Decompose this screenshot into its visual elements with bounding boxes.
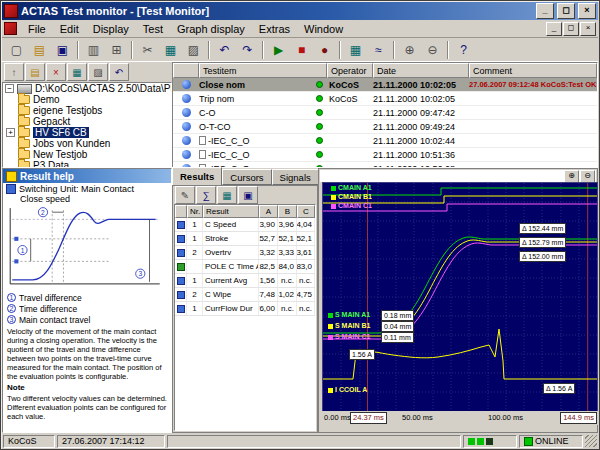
collapse-icon[interactable]: − xyxy=(5,84,14,93)
stop-test-button[interactable]: ■ xyxy=(290,39,313,61)
result-row[interactable]: 1C Speed 3,903,964,04 xyxy=(175,218,315,232)
delete-button[interactable]: × xyxy=(46,63,66,81)
header-nr[interactable]: Nr. xyxy=(187,205,203,218)
graph-plot[interactable]: CMAIN A1 CMAIN B1 CMAIN C1 S MAIN A1 0.1… xyxy=(322,182,598,412)
cursor1-readout[interactable]: 24.37 ms xyxy=(350,412,387,424)
zoom-out-button[interactable]: ⊖ xyxy=(421,39,444,61)
legend-smain-a1[interactable]: S MAIN A1 xyxy=(328,311,370,319)
child-close-button[interactable]: × xyxy=(580,22,596,36)
close-button[interactable]: × xyxy=(578,3,596,19)
testitem-row[interactable]: Trip nom KoCoS 21.11.2000 10:02:05 xyxy=(173,92,597,106)
new-folder-button[interactable]: ▤ xyxy=(25,63,45,81)
menu-edit[interactable]: Edit xyxy=(53,21,86,37)
header-result[interactable]: Result xyxy=(203,205,259,218)
menu-graph-display[interactable]: Graph display xyxy=(170,21,252,37)
open-folder-button[interactable]: ▤ xyxy=(28,39,51,61)
tree-item-demo[interactable]: Demo xyxy=(3,94,171,105)
header-comment[interactable]: Comment xyxy=(469,63,597,78)
legend-ccoil-a[interactable]: I CCOIL A xyxy=(328,386,367,394)
legend-cmain-a1[interactable]: CMAIN A1 xyxy=(331,184,372,192)
zoom-in-button[interactable]: ⊕ xyxy=(398,39,421,61)
graph-view-button[interactable]: ≈ xyxy=(367,39,390,61)
cursor-value-smain-a1: 0.18 mm xyxy=(381,310,414,321)
result-row[interactable]: 1CurrFlow Dur 76,00n.c.n.c. xyxy=(175,302,315,316)
menu-test[interactable]: Test xyxy=(136,21,170,37)
tree-root[interactable]: − D:\KoCoS\ACTAS 2.50\Data\Plants\ xyxy=(3,83,171,94)
child-minimize-button[interactable]: _ xyxy=(546,22,562,36)
undo-button[interactable]: ↶ xyxy=(213,39,236,61)
testitem-row[interactable]: -IEC_C_O 21.11.2000 10:51:36 xyxy=(173,148,597,162)
sum-button[interactable]: ∑ xyxy=(196,186,216,204)
menu-window[interactable]: Window xyxy=(297,21,350,37)
menu-extras[interactable]: Extras xyxy=(252,21,297,37)
header-testitem[interactable]: Testitem xyxy=(199,63,327,78)
edit-button[interactable]: ✎ xyxy=(175,186,195,204)
tab-results[interactable]: Results xyxy=(172,167,222,185)
copy-button[interactable]: ▦ xyxy=(67,63,87,81)
tree-item-p3-data[interactable]: P3 Data xyxy=(3,160,171,168)
status-ok-dot xyxy=(316,109,323,116)
table-view-button[interactable]: ▦ xyxy=(344,39,367,61)
refresh-button[interactable]: ↶ xyxy=(109,63,129,81)
restore-button[interactable]: ◻ xyxy=(557,3,575,19)
legend-cmain-b1[interactable]: CMAIN B1 xyxy=(331,193,372,201)
graph-zoom-in-button[interactable]: ⊕ xyxy=(564,170,579,183)
header-a[interactable]: A xyxy=(259,205,278,218)
result-row[interactable]: 1Current Avg 1,56n.c.n.c. xyxy=(175,274,315,288)
tree-item-gepackt[interactable]: Gepackt xyxy=(3,116,171,127)
menu-file[interactable]: File xyxy=(21,21,53,37)
result-row[interactable]: POLE C Time Avg 82,584,083,0 xyxy=(175,260,315,274)
print-button[interactable]: ▥ xyxy=(82,39,105,61)
testitem-row[interactable]: O-T-CO 21.11.2000 09:49:24 xyxy=(173,120,597,134)
testitem-row[interactable]: Close nom KoCoS 21.11.2000 10:02:05 27.0… xyxy=(173,78,597,92)
drive-icon xyxy=(17,84,32,94)
help-description: Velocity of the movement of the main con… xyxy=(3,325,171,381)
mdi-child-icon[interactable] xyxy=(4,22,17,35)
header-operator[interactable]: Operator xyxy=(327,63,373,78)
print-preview-button[interactable]: ⊞ xyxy=(105,39,128,61)
result-row[interactable]: 2Overtrv 3,323,333,61 xyxy=(175,246,315,260)
folder-up-button[interactable]: ↑ xyxy=(4,63,24,81)
expand-icon[interactable]: + xyxy=(6,128,15,137)
save-results-button[interactable]: ▣ xyxy=(238,186,258,204)
copy-button[interactable]: ▦ xyxy=(159,39,182,61)
graph-zoom-out-button[interactable]: ⊖ xyxy=(580,170,595,183)
status-bar: KoCoS 27.06.2007 17:14:12 ONLINE xyxy=(2,433,598,448)
tree-item-eigene-testjobs[interactable]: eigene Testjobs xyxy=(3,105,171,116)
redo-button[interactable]: ↷ xyxy=(236,39,259,61)
header-b[interactable]: B xyxy=(278,205,297,218)
record-button[interactable]: ● xyxy=(313,39,336,61)
legend-time-difference: 2Time difference xyxy=(3,303,171,314)
tab-signals[interactable]: Signals xyxy=(272,169,319,185)
tree-item-new-testjob[interactable]: New Testjob xyxy=(3,149,171,160)
testitem-row[interactable]: -IEC_C_O 21.11.2000 10:02:44 xyxy=(173,134,597,148)
result-row[interactable]: 2C Wipe 47,4841,0244,75 xyxy=(175,288,315,302)
tree-item-jobs-von-kunden[interactable]: Jobs von Kunden xyxy=(3,138,171,149)
legend-cmain-c1[interactable]: CMAIN C1 xyxy=(331,202,372,210)
testitem-row[interactable]: C-O 21.11.2000 09:47:42 xyxy=(173,106,597,120)
grid-button[interactable]: ▦ xyxy=(217,186,237,204)
minimize-button[interactable]: _ xyxy=(536,3,554,19)
paste-button[interactable]: ▨ xyxy=(88,63,108,81)
header-icon-column[interactable] xyxy=(173,63,199,78)
tree-item-hv-sf6-cb[interactable]: +HV SF6 CB xyxy=(3,127,171,138)
new-document-button[interactable]: ▢ xyxy=(5,39,28,61)
start-test-button[interactable]: ▶ xyxy=(267,39,290,61)
header-c[interactable]: C xyxy=(297,205,315,218)
result-row[interactable]: 1Stroke 152,7152,1152,1 xyxy=(175,232,315,246)
help-button[interactable]: ? xyxy=(452,39,475,61)
save-button[interactable]: ▣ xyxy=(51,39,74,61)
header-date[interactable]: Date xyxy=(373,63,469,78)
testitem-date: 21.11.2000 09:49:24 xyxy=(373,122,469,132)
paste-button[interactable]: ▨ xyxy=(182,39,205,61)
child-restore-button[interactable]: ◻ xyxy=(563,22,579,36)
status-ok-dot xyxy=(316,81,323,88)
cursor2-readout[interactable]: 144.9 ms xyxy=(560,412,597,424)
legend-smain-b1[interactable]: S MAIN B1 xyxy=(328,322,370,330)
legend-smain-c1[interactable]: S MAIN C1 xyxy=(328,333,370,341)
header-row-icon[interactable] xyxy=(175,205,187,218)
menu-display[interactable]: Display xyxy=(86,21,136,37)
resize-grip[interactable] xyxy=(585,435,597,447)
tab-cursors[interactable]: Cursors xyxy=(222,169,271,185)
cut-button[interactable]: ✂ xyxy=(136,39,159,61)
